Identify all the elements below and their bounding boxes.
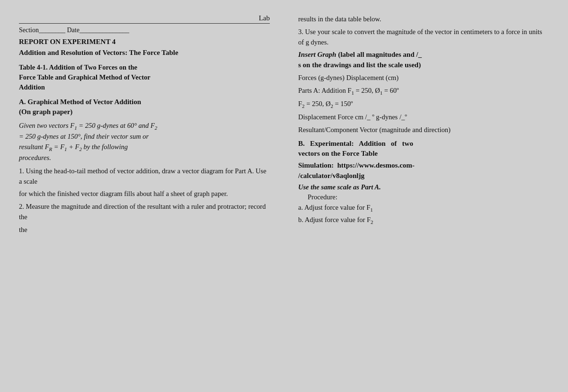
item-2: 2. Measure the magnitude and direction o… (19, 202, 270, 223)
section-date: Section________ Date_______________ (19, 27, 270, 34)
insert-graph-bold-italic: Insert Graph (298, 51, 336, 58)
section-b-heading: B. Experimental: Addition of two vectors… (298, 139, 549, 159)
item-2-the: the (19, 225, 270, 235)
given-vectors-text: Given two vectors F1 = 250 g-dynes at 60… (19, 121, 270, 163)
results-text: results in the data table below. (298, 14, 549, 25)
parts-a-f1: Parts A: Addition F1 = 250, Ø1 = 60º (298, 86, 549, 97)
parts-a-f2: F2 = 250, Ø2 = 150º (298, 99, 549, 110)
scale-convert-text: 3. Use your scale to convert the magnitu… (298, 27, 549, 48)
report-title: REPORT ON EXPERIMENT 4 (19, 38, 270, 46)
left-column: Lab Section________ Date_______________ … (19, 14, 284, 378)
item-1-cont: for which the finished vector diagram fi… (19, 189, 270, 199)
resultant-line: Resultant/Component Vector (magnitude an… (298, 125, 549, 135)
insert-graph-line: Insert Graph (label all magnitudes and /… (298, 50, 549, 71)
item-1: 1. Using the head-to-tail method of vect… (19, 166, 270, 187)
section-a-heading: A. Graphical Method of Vector Addition (… (19, 97, 270, 117)
table-title: Table 4-1. Addition of Two Forces on the… (19, 62, 270, 92)
subtitle: Addition and Resolution of Vectors: The … (19, 48, 270, 58)
right-column: results in the data table below. 3. Use … (284, 14, 549, 378)
use-same-scale: Use the same scale as Part A. (298, 183, 549, 191)
lab-label: Lab (259, 14, 270, 22)
adjust-f2: b. Adjust force value for F2 (298, 215, 549, 226)
forces-label: Forces (g-dynes) Displacement (cm) (298, 73, 549, 83)
procedure-label: Procedure: (308, 193, 549, 201)
lab-line: Lab (19, 14, 270, 24)
adjust-f1: a. Adjust force value for F1 (298, 203, 549, 214)
simulation-link: Simulation: https://www.desmos.com-/calc… (298, 160, 549, 181)
displacement-line: Displacement Force cm /_ º g-dynes /_º (298, 112, 549, 123)
